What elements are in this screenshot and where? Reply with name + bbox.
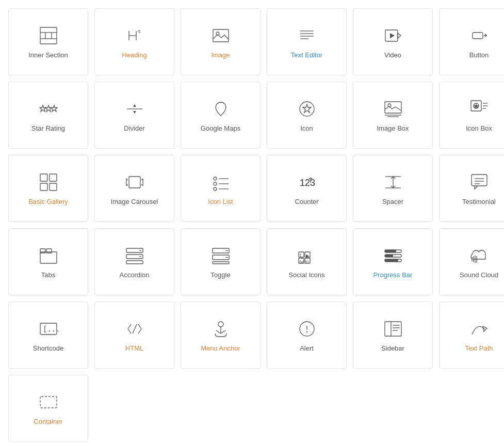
widget-card-toggle[interactable]: Toggle bbox=[181, 228, 261, 295]
container-label: Container bbox=[34, 418, 62, 425]
google-maps-label: Google Maps bbox=[201, 124, 240, 132]
alert-label: Alert bbox=[300, 344, 314, 352]
icon-list-label: Icon List bbox=[208, 198, 233, 205]
svg-rect-74 bbox=[40, 249, 45, 253]
widget-card-image-carousel[interactable]: Image Carousel bbox=[94, 155, 174, 222]
svg-point-56 bbox=[214, 187, 217, 191]
counter-icon: 123 bbox=[297, 172, 317, 193]
widget-card-star-rating[interactable]: Star Rating bbox=[8, 82, 88, 149]
svg-rect-43 bbox=[40, 183, 47, 191]
widget-card-spacer[interactable]: Spacer bbox=[353, 155, 433, 222]
container-icon bbox=[38, 392, 59, 413]
svg-rect-10 bbox=[213, 29, 229, 42]
widget-card-accordion[interactable]: Accordion bbox=[94, 228, 174, 295]
button-icon bbox=[469, 25, 490, 46]
svg-marker-17 bbox=[398, 33, 401, 38]
toggle-label: Toggle bbox=[210, 271, 230, 279]
svg-rect-97 bbox=[385, 255, 393, 257]
widget-card-icon[interactable]: Icon bbox=[267, 82, 347, 149]
widget-card-tabs[interactable]: Tabs bbox=[8, 228, 88, 295]
icon-box-label: Icon Box bbox=[466, 124, 492, 132]
svg-text:▶: ▶ bbox=[306, 253, 310, 258]
sound-cloud-label: Sound Cloud bbox=[460, 271, 498, 279]
icon-box-icon bbox=[469, 99, 490, 119]
svg-rect-75 bbox=[46, 249, 52, 253]
svg-rect-114 bbox=[385, 322, 401, 336]
widget-card-heading[interactable]: Heading bbox=[94, 8, 174, 75]
inner-section-icon bbox=[38, 25, 59, 46]
shortcode-label: Shortcode bbox=[33, 344, 63, 352]
svg-marker-26 bbox=[133, 104, 136, 107]
svg-line-106 bbox=[133, 324, 137, 334]
widget-card-text-editor[interactable]: Text Editor bbox=[267, 8, 347, 75]
html-icon bbox=[124, 319, 145, 339]
svg-line-102 bbox=[128, 324, 131, 329]
widget-card-inner-section[interactable]: Inner Section bbox=[8, 8, 88, 75]
svg-point-113 bbox=[306, 331, 307, 332]
widget-card-sidebar[interactable]: Sidebar bbox=[353, 302, 433, 369]
svg-rect-19 bbox=[473, 33, 483, 39]
widget-card-video[interactable]: Video bbox=[353, 8, 433, 75]
tabs-icon bbox=[38, 245, 59, 266]
widget-card-social-icons[interactable]: f▶twinSocial Icons bbox=[267, 228, 347, 295]
widget-card-container[interactable]: Container bbox=[8, 375, 88, 442]
svg-rect-42 bbox=[50, 174, 57, 181]
svg-line-109 bbox=[216, 330, 221, 334]
spacer-icon bbox=[383, 172, 403, 193]
svg-rect-0 bbox=[40, 27, 57, 44]
heading-icon bbox=[124, 25, 145, 46]
svg-point-52 bbox=[214, 177, 217, 180]
widget-card-basic-gallery[interactable]: Basic Gallery bbox=[8, 155, 88, 222]
widget-card-sound-cloud[interactable]: Sound Cloud bbox=[439, 228, 504, 295]
svg-rect-120 bbox=[40, 397, 57, 408]
testimonial-label: Testimonial bbox=[462, 198, 496, 205]
menu-anchor-label: Menu Anchor bbox=[201, 344, 240, 352]
svg-text:in: in bbox=[305, 259, 308, 264]
widget-card-image-box[interactable]: Image Box bbox=[353, 82, 433, 149]
widget-card-google-maps[interactable]: Google Maps bbox=[181, 82, 261, 149]
svg-rect-69 bbox=[472, 175, 487, 186]
accordion-label: Accordion bbox=[120, 271, 150, 279]
svg-marker-27 bbox=[133, 111, 136, 114]
svg-rect-95 bbox=[385, 250, 396, 252]
widget-card-counter[interactable]: 123Counter bbox=[267, 155, 347, 222]
accordion-icon bbox=[124, 245, 145, 266]
widget-card-testimonial[interactable]: Testimonial bbox=[439, 155, 504, 222]
social-icons-icon: f▶twin bbox=[297, 245, 317, 266]
widget-grid: Inner SectionHeadingImageText EditorVide… bbox=[8, 8, 496, 442]
widget-card-html[interactable]: HTML bbox=[94, 302, 174, 369]
svg-rect-78 bbox=[126, 261, 143, 264]
image-icon bbox=[210, 25, 231, 46]
widget-card-menu-anchor[interactable]: Menu Anchor bbox=[181, 302, 261, 369]
svg-rect-83 bbox=[213, 262, 229, 264]
star-rating-label: Star Rating bbox=[31, 124, 65, 132]
widget-card-shortcode[interactable]: [...]Shortcode bbox=[8, 302, 88, 369]
svg-marker-30 bbox=[303, 104, 311, 113]
widget-card-image[interactable]: Image bbox=[181, 8, 261, 75]
widget-card-icon-list[interactable]: Icon List bbox=[181, 155, 261, 222]
sidebar-label: Sidebar bbox=[381, 344, 404, 352]
svg-text:tw: tw bbox=[299, 259, 303, 264]
video-icon bbox=[383, 25, 403, 46]
svg-marker-22 bbox=[40, 105, 46, 112]
widget-card-text-path[interactable]: Text Path bbox=[439, 302, 504, 369]
svg-line-103 bbox=[128, 329, 131, 334]
toggle-icon bbox=[210, 245, 231, 266]
widget-card-button[interactable]: Button bbox=[439, 8, 504, 75]
video-label: Video bbox=[384, 51, 401, 59]
svg-rect-99 bbox=[385, 259, 398, 262]
icon-label: Icon bbox=[300, 124, 313, 132]
image-carousel-label: Image Carousel bbox=[111, 198, 158, 205]
shortcode-icon: [...] bbox=[38, 319, 59, 339]
svg-line-104 bbox=[138, 324, 141, 329]
counter-label: Counter bbox=[295, 198, 318, 205]
widget-card-alert[interactable]: Alert bbox=[267, 302, 347, 369]
divider-icon bbox=[124, 99, 145, 119]
svg-rect-45 bbox=[129, 177, 140, 188]
widget-card-icon-box[interactable]: Icon Box bbox=[439, 82, 504, 149]
svg-marker-23 bbox=[45, 105, 52, 112]
sound-cloud-icon bbox=[469, 245, 490, 266]
widget-card-divider[interactable]: Divider bbox=[94, 82, 174, 149]
svg-marker-18 bbox=[390, 33, 395, 38]
widget-card-progress-bar[interactable]: Progress Bar bbox=[353, 228, 433, 295]
